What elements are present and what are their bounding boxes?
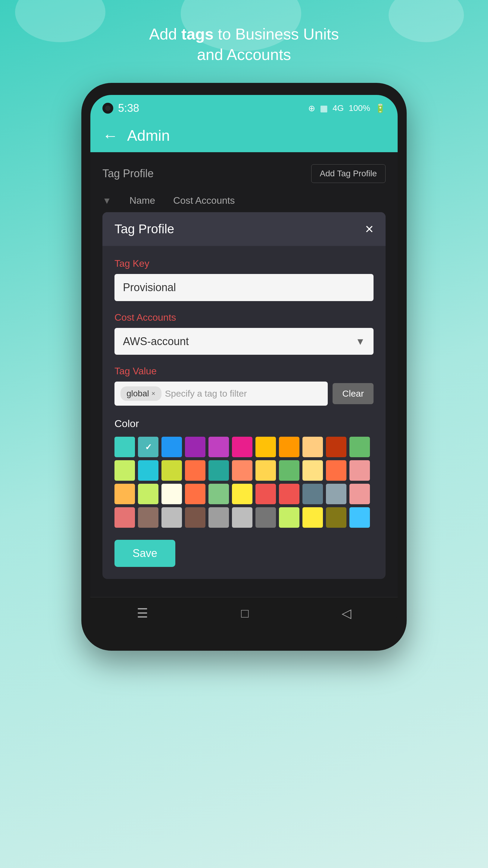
app-bar: ← Admin xyxy=(90,119,398,152)
color-swatch-42[interactable] xyxy=(326,507,347,528)
back-button[interactable]: ← xyxy=(102,127,118,145)
color-swatch-27[interactable] xyxy=(232,484,253,504)
color-swatch-43[interactable] xyxy=(350,507,370,528)
color-swatch-39[interactable] xyxy=(255,507,276,528)
filter-icon: ▼ xyxy=(102,195,111,206)
clear-button[interactable]: Clear xyxy=(332,383,373,404)
back-nav-icon[interactable]: ◁ xyxy=(341,606,351,621)
modal-title: Tag Profile xyxy=(115,222,174,236)
modal-header: Tag Profile × xyxy=(102,212,386,246)
tag-chip: global × xyxy=(121,386,161,401)
bluetooth-icon: ⊕ xyxy=(308,103,315,113)
color-swatch-24[interactable] xyxy=(161,484,182,504)
color-swatch-2[interactable] xyxy=(161,437,182,457)
battery-level: 100% xyxy=(349,103,370,113)
phone-frame: 5:38 ⊕ ▦ 4G 100% 🔋 ← Admin Tag Profile A… xyxy=(82,83,407,651)
color-swatch-14[interactable] xyxy=(185,460,205,481)
color-swatch-41[interactable] xyxy=(302,507,323,528)
signal-icon: ▦ xyxy=(320,103,328,113)
tag-key-label: Tag Key xyxy=(115,258,373,269)
modal-body: Tag Key Cost Accounts AWS-account Azure-… xyxy=(102,246,386,579)
color-swatch-4[interactable] xyxy=(208,437,229,457)
color-swatch-38[interactable] xyxy=(232,507,253,528)
color-swatch-7[interactable] xyxy=(279,437,299,457)
tag-chip-area[interactable]: global × Specify a tag to filter xyxy=(115,381,328,406)
network-icon: 4G xyxy=(332,103,344,113)
hero-line1: Add xyxy=(149,25,181,43)
phone-inner: 5:38 ⊕ ▦ 4G 100% 🔋 ← Admin Tag Profile A… xyxy=(90,95,398,632)
camera xyxy=(102,103,113,114)
color-swatch-8[interactable] xyxy=(302,437,323,457)
color-label: Color xyxy=(115,418,373,430)
add-tag-profile-button[interactable]: Add Tag Profile xyxy=(311,164,386,183)
home-icon[interactable]: □ xyxy=(241,606,249,621)
tag-profile-label: Tag Profile xyxy=(102,167,154,180)
modal-close-button[interactable]: × xyxy=(365,222,373,236)
status-right: ⊕ ▦ 4G 100% 🔋 xyxy=(308,103,386,113)
tag-chip-value: global xyxy=(127,389,149,398)
menu-icon[interactable]: ☰ xyxy=(137,606,148,621)
status-left: 5:38 xyxy=(102,102,139,115)
color-swatch-40[interactable] xyxy=(279,507,299,528)
tag-profile-row: Tag Profile Add Tag Profile xyxy=(102,164,386,183)
tag-value-label: Tag Value xyxy=(115,366,373,377)
color-swatch-31[interactable] xyxy=(326,484,347,504)
color-swatch-37[interactable] xyxy=(208,507,229,528)
color-swatch-5[interactable] xyxy=(232,437,253,457)
color-swatch-0[interactable] xyxy=(115,437,135,457)
color-swatch-1[interactable] xyxy=(138,437,158,457)
color-swatch-9[interactable] xyxy=(326,437,347,457)
color-swatch-10[interactable] xyxy=(350,437,370,457)
color-swatch-22[interactable] xyxy=(115,484,135,504)
hero-line3: and Accounts xyxy=(197,46,291,63)
color-swatch-32[interactable] xyxy=(350,484,370,504)
color-swatch-33[interactable] xyxy=(115,507,135,528)
app-title: Admin xyxy=(127,127,170,144)
battery-icon: 🔋 xyxy=(375,103,386,113)
color-swatch-26[interactable] xyxy=(208,484,229,504)
modal: Tag Profile × Tag Key Cost Accounts AWS-… xyxy=(102,212,386,579)
hero-text: Add tags to Business Units and Accounts xyxy=(149,24,339,65)
cost-accounts-select[interactable]: AWS-account Azure-account GCP-account xyxy=(115,328,373,355)
main-content: Tag Profile Add Tag Profile ▼ Name Cost … xyxy=(90,152,398,597)
color-swatch-23[interactable] xyxy=(138,484,158,504)
tag-placeholder: Specify a tag to filter xyxy=(165,389,247,399)
bottom-nav: ☰ □ ◁ xyxy=(90,597,398,632)
chip-remove-button[interactable]: × xyxy=(152,390,156,398)
color-swatch-18[interactable] xyxy=(279,460,299,481)
color-swatch-12[interactable] xyxy=(138,460,158,481)
filter-cost-accounts[interactable]: Cost Accounts xyxy=(173,195,235,206)
cost-accounts-label: Cost Accounts xyxy=(115,312,373,323)
filter-name[interactable]: Name xyxy=(130,195,155,206)
hero-line2: to Business Units xyxy=(214,25,339,43)
color-swatch-13[interactable] xyxy=(161,460,182,481)
color-swatch-16[interactable] xyxy=(232,460,253,481)
color-swatch-34[interactable] xyxy=(138,507,158,528)
color-swatch-11[interactable] xyxy=(115,460,135,481)
save-button[interactable]: Save xyxy=(115,540,175,567)
filter-row: ▼ Name Cost Accounts xyxy=(102,192,386,212)
color-swatch-6[interactable] xyxy=(255,437,276,457)
status-bar: 5:38 ⊕ ▦ 4G 100% 🔋 xyxy=(90,95,398,119)
color-swatch-19[interactable] xyxy=(302,460,323,481)
status-time: 5:38 xyxy=(118,102,139,115)
color-swatch-20[interactable] xyxy=(326,460,347,481)
cost-accounts-select-wrapper: AWS-account Azure-account GCP-account ▼ xyxy=(115,328,373,355)
color-swatch-17[interactable] xyxy=(255,460,276,481)
tag-key-input[interactable] xyxy=(115,274,373,301)
color-swatch-15[interactable] xyxy=(208,460,229,481)
color-swatch-28[interactable] xyxy=(255,484,276,504)
color-grid xyxy=(115,437,373,528)
color-swatch-25[interactable] xyxy=(185,484,205,504)
hero-bold: tags xyxy=(181,25,214,43)
color-swatch-21[interactable] xyxy=(350,460,370,481)
tag-value-row: global × Specify a tag to filter Clear xyxy=(115,381,373,406)
color-swatch-29[interactable] xyxy=(279,484,299,504)
color-swatch-36[interactable] xyxy=(185,507,205,528)
color-swatch-30[interactable] xyxy=(302,484,323,504)
color-swatch-35[interactable] xyxy=(161,507,182,528)
color-swatch-3[interactable] xyxy=(185,437,205,457)
